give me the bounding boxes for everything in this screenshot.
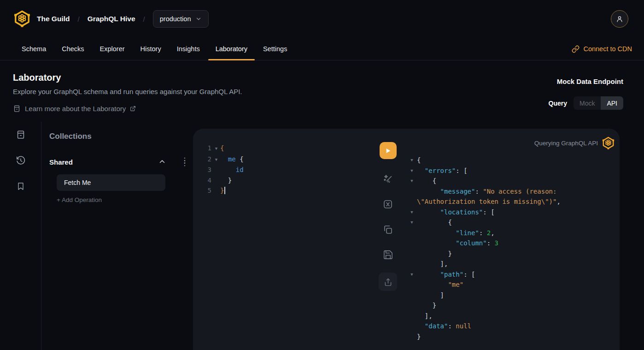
- fold-arrow-icon[interactable]: ▼: [409, 155, 415, 166]
- query-editor[interactable]: 1▼{2▼ me {3 id4 }5}: [200, 143, 244, 196]
- code-token: :: [487, 239, 495, 247]
- collections-button[interactable]: [0, 173, 41, 199]
- execute-query-button[interactable]: [380, 142, 397, 159]
- line-number: 1: [200, 143, 211, 154]
- user-avatar[interactable]: [611, 10, 628, 28]
- bookmark-icon: [16, 181, 25, 191]
- fold-arrow-icon[interactable]: ▼: [409, 176, 415, 186]
- code-line: ],: [408, 311, 561, 321]
- docs-explorer-button[interactable]: [0, 122, 41, 148]
- code-token: [417, 208, 440, 216]
- add-operation-button[interactable]: + Add Operation: [57, 196, 193, 203]
- chevron-up-icon[interactable]: [158, 158, 166, 166]
- fold-arrow-icon[interactable]: ▼: [409, 217, 415, 228]
- code-line: "data": null: [408, 321, 561, 332]
- code-token: [220, 155, 228, 163]
- collection-menu-kebab-icon[interactable]: ⋮⋮: [181, 159, 186, 165]
- code-line: 1▼{: [200, 143, 244, 154]
- target-selector-value: production: [160, 15, 191, 23]
- code-token: "errors": [425, 167, 456, 174]
- connect-to-cdn-label: Connect to CDN: [583, 45, 632, 53]
- tab-insights[interactable]: Insights: [170, 38, 207, 60]
- app-header: The Guild / GraphQL Hive / production: [0, 0, 644, 38]
- page-head: Laboratory Explore your GraphQL schema a…: [13, 60, 242, 113]
- copy-icon: [382, 224, 393, 235]
- code-line: ▼ "path": [: [408, 269, 561, 280]
- code-line: "column": 3: [408, 238, 561, 249]
- page-subtitle: Explore your GraphQL schema and run quer…: [13, 88, 242, 95]
- code-token: [417, 271, 440, 278]
- code-line: \"Authorization token is missing\")",: [408, 196, 561, 207]
- code-token: :: [475, 188, 483, 195]
- docs-icon: [16, 130, 26, 140]
- editor-toolbar: [379, 142, 397, 291]
- tab-checks[interactable]: Checks: [54, 38, 91, 60]
- code-token: {: [417, 219, 452, 226]
- collection-group-shared[interactable]: Shared ⋮⋮: [49, 158, 186, 166]
- fold-arrow-icon[interactable]: ▼: [212, 143, 220, 154]
- history-button[interactable]: [0, 148, 41, 173]
- code-token: "locations": [440, 208, 483, 216]
- connect-to-cdn-link[interactable]: Connect to CDN: [572, 38, 632, 60]
- external-link-icon: [130, 106, 136, 112]
- merge-fragments-button[interactable]: [382, 199, 393, 210]
- graphiql-panel: 1▼{2▼ me {3 id4 }5} Querying GraphQL API…: [193, 129, 620, 350]
- tab-settings[interactable]: Settings: [256, 38, 294, 60]
- text-cursor: [224, 187, 225, 194]
- toggle-option-mock[interactable]: Mock: [574, 96, 601, 110]
- save-operation-button[interactable]: [383, 249, 393, 261]
- learn-more-label: Learn more about the Laboratory: [25, 105, 126, 113]
- toggle-option-api[interactable]: API: [601, 96, 623, 110]
- code-token: : [: [483, 208, 494, 216]
- tab-explorer[interactable]: Explorer: [93, 38, 132, 60]
- history-icon: [16, 155, 26, 166]
- project-navbar: Schema Checks Explorer History Insights …: [0, 38, 644, 60]
- code-token: "data": [425, 322, 448, 330]
- tab-laboratory[interactable]: Laboratory: [208, 38, 255, 60]
- line-number: 4: [200, 175, 211, 186]
- code-line: }: [408, 332, 561, 342]
- tab-history[interactable]: History: [133, 38, 169, 60]
- code-token: :: [448, 322, 456, 330]
- share-operation-button[interactable]: [379, 273, 397, 291]
- fold-arrow-icon[interactable]: ▼: [409, 166, 415, 176]
- code-token: "line": [456, 229, 479, 237]
- code-token: {: [417, 156, 421, 164]
- code-line: "me": [408, 279, 561, 290]
- response-viewer[interactable]: ▼{▼ "errors": [▼ { "message": "No access…: [408, 155, 561, 342]
- fold-arrow-icon[interactable]: ▼: [212, 154, 220, 165]
- code-token: \"Authorization token is missing\")": [417, 198, 556, 205]
- copy-query-button[interactable]: [382, 224, 393, 235]
- code-token: {: [236, 155, 244, 163]
- collections-heading: Collections: [49, 132, 193, 141]
- code-token: "path": [440, 271, 464, 278]
- fold-arrow-icon[interactable]: ▼: [409, 269, 415, 280]
- code-token: "column": [456, 239, 486, 247]
- code-token: [417, 322, 425, 330]
- collections-panel: Collections Shared ⋮⋮ Fetch Me + Add Ope…: [42, 125, 193, 350]
- share-upload-icon: [383, 277, 393, 287]
- code-token: }: [417, 302, 436, 309]
- code-token: [417, 239, 456, 247]
- breadcrumb-project[interactable]: GraphQL Hive: [88, 15, 135, 23]
- code-token: me: [228, 155, 236, 163]
- fold-arrow-icon[interactable]: ▼: [409, 207, 415, 218]
- code-token: : [: [456, 167, 467, 174]
- code-token: ,: [491, 229, 494, 237]
- code-token: }: [417, 333, 421, 340]
- person-icon: [615, 15, 624, 23]
- collection-item-fetch-me[interactable]: Fetch Me: [57, 174, 165, 191]
- target-selector-dropdown[interactable]: production: [153, 10, 209, 28]
- mock-data-endpoint-title: Mock Data Endpoint: [549, 77, 624, 85]
- tab-schema[interactable]: Schema: [14, 38, 53, 60]
- book-icon: [13, 105, 21, 113]
- code-line: ▼ {: [408, 217, 561, 228]
- code-token: [417, 188, 440, 195]
- prettify-button[interactable]: [382, 173, 393, 184]
- learn-more-link[interactable]: Learn more about the Laboratory: [13, 105, 242, 113]
- code-line: }: [408, 249, 561, 259]
- save-icon: [383, 249, 393, 260]
- code-line: ▼ "errors": [: [408, 166, 561, 176]
- breadcrumb-org[interactable]: The Guild: [37, 15, 70, 23]
- code-line: ▼{: [408, 155, 561, 166]
